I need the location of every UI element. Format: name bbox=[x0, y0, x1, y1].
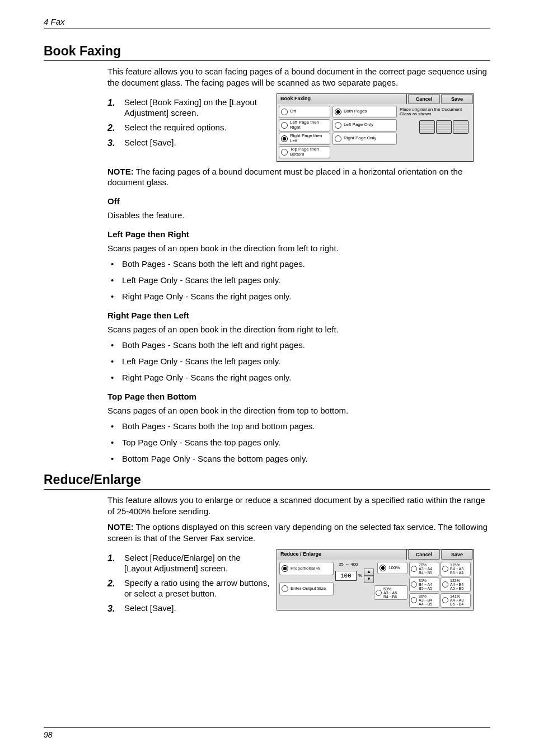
footer-rule bbox=[44, 727, 490, 728]
radio-icon bbox=[281, 122, 288, 129]
note-label: NOTE: bbox=[107, 522, 134, 532]
rpl-bullets: Both Pages - Scans both the left and rig… bbox=[107, 340, 490, 383]
reduce-enlarge-screenshot: Reduce / Enlarge Cancel Save Proportiona… bbox=[277, 549, 474, 611]
lpr-bullets: Both Pages - Scans both the left and rig… bbox=[107, 259, 490, 302]
option-left-then-right[interactable]: Left Page then Right bbox=[279, 119, 330, 132]
radio-icon bbox=[281, 109, 288, 115]
cancel-button[interactable]: Cancel bbox=[408, 550, 440, 560]
steps-list: 1. Select [Book Faxing] on the [Layout A… bbox=[107, 97, 270, 152]
step-number: 3. bbox=[107, 137, 124, 149]
step-number: 2. bbox=[107, 122, 124, 134]
book-illustration-icon bbox=[419, 120, 435, 134]
bullet-item: Bottom Page Only - Scans the bottom page… bbox=[107, 453, 490, 464]
book-illustration-icon bbox=[453, 120, 469, 134]
lpr-description: Scans pages of an open book in the direc… bbox=[107, 243, 490, 254]
bullet-item: Both Pages - Scans both the left and rig… bbox=[107, 340, 490, 351]
option-proportional[interactable]: Proportional % bbox=[279, 562, 334, 575]
running-header: 4 Fax bbox=[44, 17, 490, 26]
step-number: 1. bbox=[107, 552, 124, 564]
instruction-text: Place original on the Document Glass as … bbox=[400, 107, 469, 118]
subhead-right-then-left: Right Page then Left bbox=[107, 310, 490, 321]
percent-value[interactable]: 100 bbox=[335, 571, 357, 581]
radio-icon bbox=[411, 566, 417, 572]
save-button[interactable]: Save bbox=[441, 550, 473, 560]
step-text: Select the required options. bbox=[124, 122, 227, 133]
radio-icon bbox=[335, 135, 341, 142]
section-book-faxing-title: Book Faxing bbox=[44, 44, 490, 59]
cancel-button[interactable]: Cancel bbox=[408, 94, 440, 104]
radio-icon bbox=[335, 122, 341, 129]
section-rule bbox=[44, 60, 490, 61]
radio-icon bbox=[282, 585, 288, 592]
radio-icon bbox=[281, 149, 288, 156]
radio-icon bbox=[380, 565, 386, 571]
book-faxing-screenshot: Book Faxing Cancel Save Off Left Page th… bbox=[277, 93, 474, 162]
section-rule bbox=[44, 489, 490, 490]
preset-86[interactable]: 86% A3→B4 A4→B5 bbox=[409, 593, 439, 608]
option-right-then-left[interactable]: Right Page then Left bbox=[279, 133, 330, 145]
bullet-item: Top Page Only - Scans the top pages only… bbox=[107, 437, 490, 448]
radio-icon bbox=[411, 597, 417, 603]
percent-unit: % bbox=[358, 573, 362, 579]
preset-122[interactable]: 122% A4→B4 A5→B5 bbox=[441, 577, 471, 592]
option-top-then-bottom[interactable]: Top Page then Bottom bbox=[279, 146, 330, 158]
tpb-bullets: Both Pages - Scans both the top and bott… bbox=[107, 421, 490, 464]
option-off[interactable]: Off bbox=[279, 106, 330, 118]
option-left-page-only[interactable]: Left Page Only bbox=[332, 119, 397, 132]
radio-icon bbox=[335, 109, 341, 115]
subhead-top-then-bottom: Top Page then Bottom bbox=[107, 391, 490, 402]
radio-icon bbox=[442, 581, 448, 588]
steps-list: 1. Select [Reduce/Enlarge] on the [Layou… bbox=[107, 552, 270, 618]
header-rule bbox=[44, 29, 490, 29]
note-paragraph: NOTE: The options displayed on this scre… bbox=[107, 522, 490, 544]
arrow-down-button[interactable]: ▼ bbox=[364, 576, 374, 583]
bullet-item: Left Page Only - Scans the left pages on… bbox=[107, 275, 490, 286]
radio-icon bbox=[376, 590, 382, 596]
step-text: Specify a ratio using the arrow buttons,… bbox=[124, 577, 270, 599]
step-number: 2. bbox=[107, 577, 124, 589]
note-paragraph: NOTE: The facing pages of a bound docume… bbox=[107, 166, 490, 189]
radio-icon bbox=[411, 581, 417, 588]
intro-paragraph: This feature allows you to enlarge or re… bbox=[107, 495, 490, 517]
preset-141[interactable]: 141% A4→A3 B5→B4 bbox=[441, 593, 471, 608]
dialog-title: Book Faxing bbox=[277, 94, 407, 104]
bullet-item: Left Page Only - Scans the left pages on… bbox=[107, 356, 490, 367]
step-text: Select [Reduce/Enlarge] on the [Layout A… bbox=[124, 552, 270, 574]
step-number: 1. bbox=[107, 97, 124, 109]
step-text: Select [Book Faxing] on the [Layout Adju… bbox=[124, 97, 270, 119]
preset-50[interactable]: 50% A3→A5 B4→B6 bbox=[374, 585, 407, 600]
preset-81[interactable]: 81% B4→A4 B5→A5 bbox=[409, 577, 439, 592]
radio-icon bbox=[282, 565, 288, 572]
radio-icon bbox=[442, 597, 448, 603]
preset-100[interactable]: 100% bbox=[377, 562, 407, 574]
option-right-page-only[interactable]: Right Page Only bbox=[332, 133, 397, 145]
bullet-item: Both Pages - Scans both the top and bott… bbox=[107, 421, 490, 432]
page-number: 98 bbox=[44, 730, 490, 739]
radio-icon bbox=[281, 135, 288, 142]
step-text: Select [Save]. bbox=[124, 137, 176, 148]
option-enter-output-size[interactable]: Enter Output Size bbox=[279, 582, 334, 595]
note-label: NOTE: bbox=[107, 167, 134, 176]
preset-70[interactable]: 70% A3→A4 B4→B5 bbox=[409, 562, 439, 576]
option-both-pages[interactable]: Both Pages bbox=[332, 106, 397, 118]
intro-paragraph: This feature allows you to scan facing p… bbox=[107, 66, 490, 88]
section-reduce-enlarge-title: Reduce/Enlarge bbox=[44, 472, 490, 487]
subhead-left-then-right: Left Page then Right bbox=[107, 229, 490, 240]
bullet-item: Right Page Only - Scans the right pages … bbox=[107, 372, 490, 383]
bullet-item: Both Pages - Scans both the left and rig… bbox=[107, 259, 490, 270]
rpl-description: Scans pages of an open book in the direc… bbox=[107, 324, 490, 335]
preset-115[interactable]: 115% B4→A3 B5→A4 bbox=[441, 562, 471, 576]
radio-icon bbox=[442, 566, 448, 572]
subhead-off: Off bbox=[107, 196, 490, 207]
arrow-up-button[interactable]: ▲ bbox=[364, 569, 374, 576]
range-label: 25 ↔ 400 bbox=[335, 562, 374, 568]
step-text: Select [Save]. bbox=[124, 603, 176, 614]
save-button[interactable]: Save bbox=[441, 94, 473, 104]
bullet-item: Right Page Only - Scans the right pages … bbox=[107, 291, 490, 302]
tpb-description: Scans pages of an open book in the direc… bbox=[107, 405, 490, 416]
book-illustration-icon bbox=[436, 120, 452, 134]
step-number: 3. bbox=[107, 603, 124, 614]
off-description: Disables the feature. bbox=[107, 210, 490, 221]
dialog-title: Reduce / Enlarge bbox=[277, 550, 407, 560]
